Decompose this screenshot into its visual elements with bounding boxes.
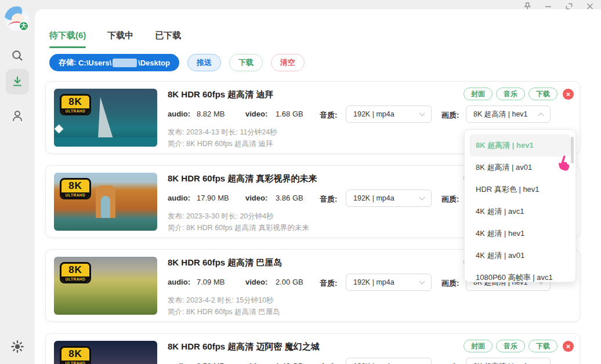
music-tag-button[interactable]: 音乐: [496, 340, 525, 352]
quality-option[interactable]: 8K 超高清 | hev1: [469, 134, 571, 156]
badge-ultrahd-text: ULTRAHD: [61, 276, 89, 282]
video-quality-value: 8K 超高清 | hev1: [473, 362, 528, 364]
video-quality-label: 画质:: [441, 194, 459, 205]
quality-option[interactable]: 4K 超清 | avc1: [469, 201, 571, 223]
push-button[interactable]: 推送: [187, 54, 221, 71]
video-thumbnail: 8K ULTRAHD: [54, 173, 157, 231]
audio-label: audio:: [168, 194, 190, 202]
video-size: 3.86 GB: [276, 194, 303, 202]
tab-downloading[interactable]: 下载中: [107, 30, 133, 48]
downloads-nav-button[interactable]: [8, 72, 27, 91]
video-label: video:: [245, 110, 267, 118]
video-label: video:: [245, 278, 267, 286]
download-all-button[interactable]: 下载: [229, 54, 263, 71]
avatar-level-badge: 大: [19, 21, 29, 31]
audio-quality-value: 192K | mp4a: [353, 110, 394, 118]
remove-card-button[interactable]: ×: [563, 89, 574, 100]
audio-quality-select[interactable]: 192K | mp4a: [346, 190, 432, 207]
video-title: 8K HDR 60fps 超高清 巴厘岛: [168, 257, 283, 268]
8k-ultrahd-badge: 8K ULTRAHD: [60, 94, 91, 115]
video-label: video:: [245, 194, 267, 202]
8k-ultrahd-badge: 8K ULTRAHD: [60, 178, 91, 199]
audio-label: audio:: [168, 110, 190, 118]
video-thumbnail: 8K ULTRAHD: [54, 89, 157, 147]
audio-quality-label: 音质:: [320, 194, 337, 205]
cover-tag-button[interactable]: 封面: [464, 88, 493, 100]
chevron-up-icon: [538, 113, 544, 119]
video-size: 1.42 GB: [276, 362, 303, 364]
badge-8k-text: 8K: [61, 180, 89, 192]
chevron-down-icon: [419, 195, 425, 201]
video-size: 2.00 GB: [276, 278, 303, 286]
badge-ultrahd-text: ULTRAHD: [61, 361, 89, 364]
settings-button[interactable]: [8, 337, 27, 356]
video-title: 8K HDR 60fps 超高清 迈阿密 魔幻之城: [168, 341, 320, 352]
sidebar: 大: [0, 0, 35, 364]
search-nav-button[interactable]: [8, 46, 27, 65]
video-quality-dropdown: 8K 超高清 | hev1 8K 超高清 | av01 HDR 真彩色 | he…: [464, 129, 576, 282]
account-nav-button[interactable]: [8, 107, 27, 125]
video-title: 8K HDR 60fps 超高清 迪拜: [168, 89, 274, 100]
video-label: video:: [245, 362, 267, 364]
tab-downloaded[interactable]: 已下载: [155, 30, 181, 48]
dropdown-scrollbar[interactable]: [571, 137, 574, 163]
audio-quality-select[interactable]: 192K | mp4a: [346, 274, 432, 291]
search-icon: [10, 49, 24, 63]
audio-size: 7.09 MB: [197, 278, 225, 286]
redacted-username: [113, 59, 137, 67]
video-quality-select[interactable]: 8K 超高清 | hev1: [466, 358, 551, 364]
audio-size: 17.90 MB: [197, 194, 229, 202]
download-tag-button[interactable]: 下载: [528, 88, 557, 100]
quality-option[interactable]: 4K 超清 | av01: [469, 245, 571, 267]
video-quality-select[interactable]: 8K 超高清 | hev1: [466, 105, 551, 123]
video-card: 8K ULTRAHD 8K HDR 60fps 超高清 迈阿密 魔幻之城 封面 …: [45, 333, 580, 364]
intro-info: 简介: 8K HDR 60fps 超高清 迪拜: [168, 139, 273, 149]
quality-option[interactable]: 4K 超清 | hev1: [469, 223, 571, 245]
audio-quality-value: 192K | mp4a: [353, 278, 394, 286]
storage-path-suffix: \Desktop: [138, 59, 170, 67]
audio-quality-label: 音质:: [320, 110, 337, 121]
audio-quality-select[interactable]: 192K | mp4a: [346, 358, 432, 364]
toolbar: 存储: C:\Users\\Desktop 推送 下载 清空: [49, 54, 305, 71]
quality-option[interactable]: HDR 真彩色 | hev1: [469, 179, 571, 201]
badge-ultrahd-text: ULTRAHD: [61, 192, 89, 198]
badge-8k-text: 8K: [61, 348, 89, 361]
video-quality-label: 画质:: [441, 278, 459, 289]
close-icon: ×: [566, 342, 571, 351]
video-quality-value: 8K 超高清 | hev1: [473, 110, 528, 119]
remove-card-button[interactable]: ×: [563, 341, 574, 352]
video-thumbnail: 8K ULTRAHD: [54, 257, 157, 315]
user-icon: [10, 109, 24, 123]
badge-8k-text: 8K: [61, 96, 89, 108]
download-icon: [10, 75, 24, 89]
audio-quality-label: 音质:: [320, 278, 337, 289]
intro-info: 简介: 8K HDR 60fps 超高清 巴厘岛: [168, 307, 280, 317]
chevron-down-icon: [419, 279, 425, 285]
video-size: 1.68 GB: [276, 110, 303, 118]
storage-path-prefix: C:\Users\: [78, 59, 111, 67]
clear-button[interactable]: 清空: [271, 54, 305, 71]
chevron-down-icon: [419, 111, 425, 117]
badge-8k-text: 8K: [61, 264, 89, 276]
video-quality-label: 画质:: [441, 110, 459, 121]
publish-info: 发布: 2023-3-30 时长: 20分钟4秒: [168, 212, 274, 221]
storage-path-button[interactable]: 存储: C:\Users\\Desktop: [49, 54, 179, 71]
cover-tag-button[interactable]: 封面: [464, 340, 493, 352]
video-title: 8K HDR 60fps 超高清 真彩视界的未来: [168, 173, 317, 184]
tab-bar: 待下载(6) 下载中 已下载: [49, 30, 181, 48]
close-icon: ×: [566, 90, 571, 99]
badge-ultrahd-text: ULTRAHD: [61, 108, 89, 114]
quality-option[interactable]: 1080P60 高帧率 | avc1: [469, 267, 571, 282]
video-thumbnail: 8K ULTRAHD: [54, 341, 157, 364]
audio-size: 8.58 MB: [197, 362, 225, 364]
8k-ultrahd-badge: 8K ULTRAHD: [60, 262, 91, 283]
audio-size: 8.82 MB: [197, 110, 225, 118]
tab-pending-downloads[interactable]: 待下载(6): [49, 30, 86, 48]
storage-label: 存储:: [59, 57, 78, 68]
8k-ultrahd-badge: 8K ULTRAHD: [60, 346, 91, 364]
audio-quality-select[interactable]: 192K | mp4a: [346, 105, 432, 123]
audio-label: audio:: [168, 362, 190, 364]
quality-option[interactable]: 8K 超高清 | av01: [469, 156, 571, 179]
download-tag-button[interactable]: 下载: [528, 340, 557, 352]
music-tag-button[interactable]: 音乐: [496, 88, 525, 100]
